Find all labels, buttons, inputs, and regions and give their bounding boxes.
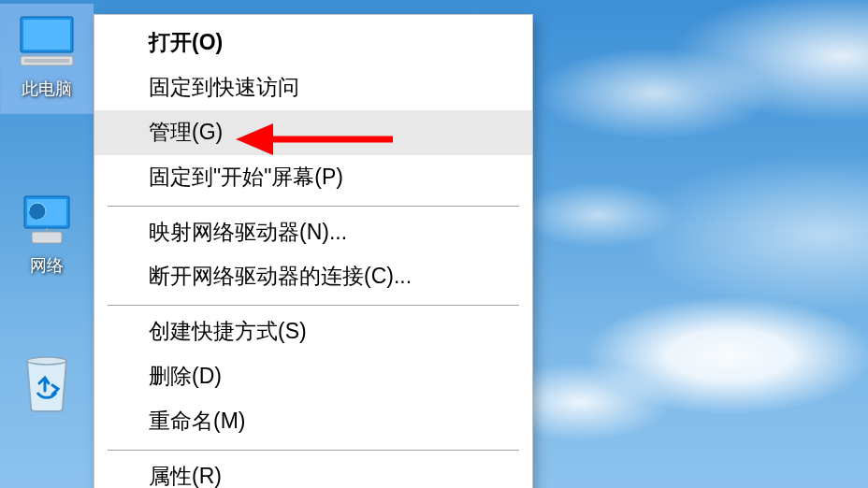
desktop-icon-recycle-bin[interactable] bbox=[0, 346, 94, 426]
menu-item-properties[interactable]: 属性(R) bbox=[94, 454, 532, 488]
desktop-icon-label: 此电脑 bbox=[22, 78, 72, 100]
computer-icon bbox=[15, 14, 79, 72]
menu-item-rename[interactable]: 重命名(M) bbox=[94, 399, 532, 444]
menu-item-pin-start[interactable]: 固定到"开始"屏幕(P) bbox=[94, 155, 532, 200]
context-menu: 打开(O) 固定到快速访问 管理(G) 固定到"开始"屏幕(P) 映射网络驱动器… bbox=[94, 14, 533, 488]
svg-rect-1 bbox=[23, 20, 70, 50]
menu-separator bbox=[108, 450, 519, 451]
desktop-icon-label: 网络 bbox=[30, 254, 64, 277]
recycle-bin-icon bbox=[15, 355, 79, 413]
menu-item-create-shortcut[interactable]: 创建快捷方式(S) bbox=[94, 309, 532, 354]
desktop-icon-this-pc[interactable]: 此电脑 bbox=[0, 4, 94, 114]
svg-point-9 bbox=[27, 357, 66, 365]
menu-item-delete[interactable]: 删除(D) bbox=[94, 354, 532, 399]
desktop-icons-column: 此电脑 网络 bbox=[0, 0, 94, 426]
svg-rect-7 bbox=[32, 232, 62, 243]
menu-separator bbox=[108, 305, 519, 306]
menu-item-disconnect-network-drive[interactable]: 断开网络驱动器的连接(C)... bbox=[94, 254, 532, 299]
menu-separator bbox=[108, 206, 519, 207]
desktop-icon-network[interactable]: 网络 bbox=[0, 181, 94, 290]
svg-rect-3 bbox=[24, 59, 69, 63]
menu-item-open[interactable]: 打开(O) bbox=[94, 21, 532, 65]
menu-item-manage[interactable]: 管理(G) bbox=[94, 110, 532, 155]
menu-item-pin-quick-access[interactable]: 固定到快速访问 bbox=[94, 65, 532, 110]
menu-item-map-network-drive[interactable]: 映射网络驱动器(N)... bbox=[94, 210, 532, 255]
network-icon bbox=[15, 191, 79, 249]
